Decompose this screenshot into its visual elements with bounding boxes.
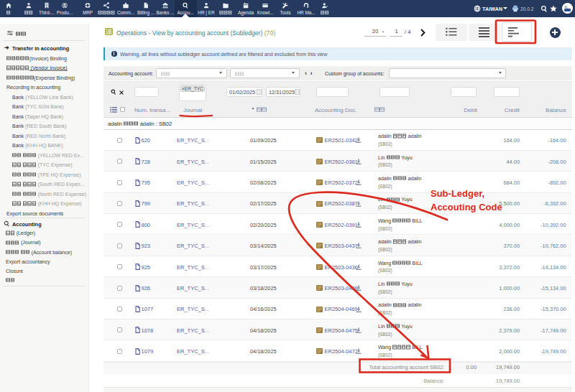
svg-text:Sub-Ledger,: Sub-Ledger, xyxy=(431,188,484,199)
svg-text:Accouting Code: Accouting Code xyxy=(431,202,502,213)
